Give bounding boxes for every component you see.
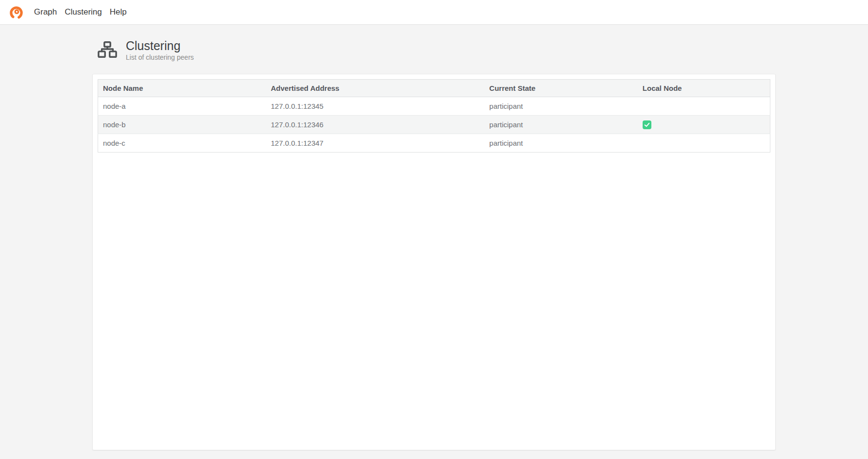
peers-table-body: node-a127.0.0.1:12345participantnode-b12… [98, 97, 770, 153]
cell-local-node [638, 97, 770, 116]
cell-node-name: node-c [98, 134, 266, 153]
local-node-check-icon [643, 120, 651, 129]
cell-local-node [638, 116, 770, 134]
page-header-titles: Clustering List of clustering peers [126, 39, 194, 61]
cell-local-node [638, 134, 770, 153]
col-header-advertised-address: Advertised Address [266, 80, 485, 97]
cell-node-name: node-b [98, 116, 266, 134]
nav-item-help[interactable]: Help [106, 4, 131, 20]
page-title: Clustering [126, 39, 194, 52]
header-row: Node Name Advertised Address Current Sta… [98, 80, 770, 97]
page-header: Clustering List of clustering peers [97, 39, 776, 61]
col-header-local-node: Local Node [638, 80, 770, 97]
peers-table-head: Node Name Advertised Address Current Sta… [98, 80, 770, 97]
cell-current-state: participant [484, 97, 638, 116]
peers-table: Node Name Advertised Address Current Sta… [98, 79, 770, 153]
col-header-current-state: Current State [484, 80, 638, 97]
nav-item-graph[interactable]: Graph [30, 4, 61, 20]
table-row: node-a127.0.0.1:12345participant [98, 97, 770, 116]
table-row: node-b127.0.0.1:12346participant [98, 116, 770, 134]
nav-item-clustering[interactable]: Clustering [61, 4, 106, 20]
cell-node-name: node-a [98, 97, 266, 116]
peers-card: Node Name Advertised Address Current Sta… [92, 74, 776, 450]
top-navbar: Graph Clustering Help [0, 0, 868, 25]
table-row: node-c127.0.0.1:12347participant [98, 134, 770, 153]
cell-current-state: participant [484, 116, 638, 134]
app-logo swirl-icon[interactable] [9, 5, 24, 20]
cell-current-state: participant [484, 134, 638, 153]
col-header-node-name: Node Name [98, 80, 266, 97]
page-subtitle: List of clustering peers [126, 53, 194, 61]
cell-advertised-address: 127.0.0.1:12345 [266, 97, 485, 116]
cell-advertised-address: 127.0.0.1:12347 [266, 134, 485, 153]
cell-advertised-address: 127.0.0.1:12346 [266, 116, 485, 134]
content-area: Clustering List of clustering peers Node… [0, 39, 868, 459]
lan-icon [97, 41, 118, 59]
main-nav: Graph Clustering Help [30, 4, 131, 20]
